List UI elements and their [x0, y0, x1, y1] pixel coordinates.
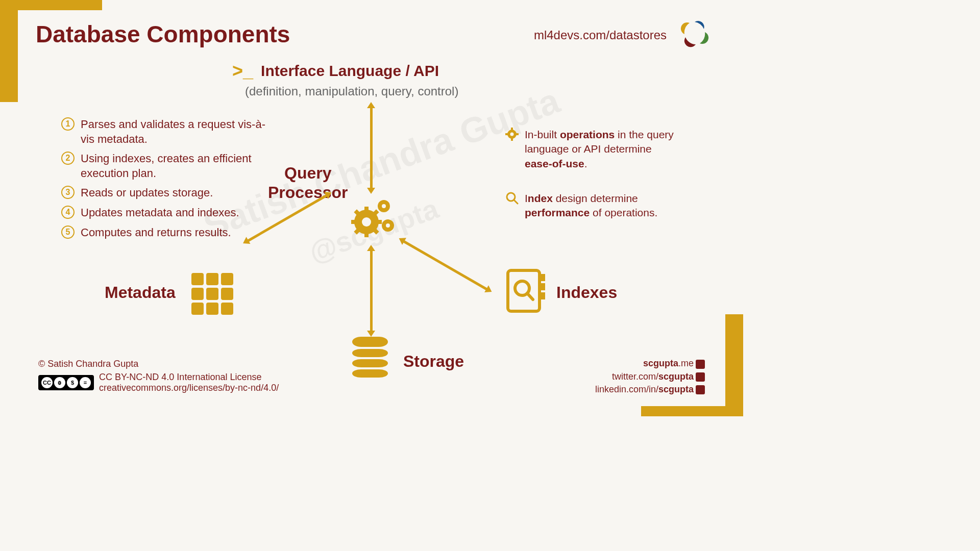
step-number-icon: 1: [61, 117, 75, 131]
metadata-label: Metadata: [105, 283, 176, 302]
svg-line-19: [527, 293, 533, 299]
footer-left: © Satish Chandra Gupta CC🄯$= CC BY-NC-ND…: [38, 359, 279, 393]
svg-rect-24: [505, 133, 508, 135]
globe-icon: [696, 360, 705, 369]
step-text: Updates metadata and indexes.: [81, 206, 239, 220]
prompt-icon: >_: [232, 60, 253, 82]
gear-icon: [505, 128, 519, 141]
svg-point-13: [386, 223, 390, 228]
corner-decoration-br: [725, 314, 743, 416]
svg-rect-23: [511, 138, 513, 141]
linkedin-icon: [696, 385, 705, 394]
svg-rect-4: [351, 220, 356, 224]
svg-point-1: [362, 217, 371, 227]
svg-rect-16: [541, 283, 545, 290]
svg-rect-22: [511, 128, 513, 130]
step-number-icon: 5: [61, 226, 75, 239]
indexes-label: Indexes: [556, 283, 617, 302]
storage-cylinder-icon: [352, 337, 388, 380]
indexes-book-icon: [505, 268, 546, 314]
source-url: ml4devs.com/datastores: [534, 28, 667, 42]
step-item: 2 Using indexes, creates an efficient ex…: [61, 152, 265, 181]
svg-rect-17: [541, 292, 545, 299]
brand-logo-icon: [679, 18, 710, 48]
step-item: 3 Reads or updates storage.: [61, 186, 265, 201]
svg-rect-5: [377, 220, 382, 224]
note-text: Index design determine performance of op…: [525, 191, 679, 220]
svg-line-27: [514, 200, 518, 204]
step-text: Computes and returns results.: [81, 226, 231, 240]
interface-header: >_ Interface Language / API: [232, 60, 439, 82]
footer-links: scgupta.me twitter.com/scgupta linkedin.…: [595, 357, 705, 396]
interface-title: Interface Language / API: [261, 62, 439, 80]
license-url: creativecommons.org/licenses/by-nc-nd/4.…: [99, 383, 279, 393]
license-name: CC BY-NC-ND 4.0 International License: [99, 372, 279, 383]
gears-icon: [347, 194, 398, 245]
query-processor-label: QueryProcessor: [268, 163, 348, 203]
arrow-qp-to-indexes: [403, 240, 488, 290]
svg-rect-25: [516, 133, 519, 135]
arrow-interface-to-qp: [370, 107, 373, 189]
interface-subtitle: (definition, manipulation, query, contro…: [245, 84, 458, 98]
step-text: Reads or updates storage.: [81, 186, 213, 201]
step-item: 4 Updates metadata and indexes.: [61, 206, 265, 220]
step-item: 5 Computes and returns results.: [61, 226, 265, 240]
storage-label: Storage: [403, 352, 464, 371]
step-item: 1 Parses and validates a request vis-à-v…: [61, 117, 265, 146]
corner-decoration-tl: [0, 0, 18, 102]
cc-license-badge-icon: CC🄯$=: [38, 375, 94, 390]
note-item: In-built operations in the query languag…: [505, 128, 679, 171]
magnifier-icon: [505, 191, 519, 205]
svg-point-11: [382, 204, 386, 208]
steps-list: 1 Parses and validates a request vis-à-v…: [61, 117, 265, 245]
note-text: In-built operations in the query languag…: [525, 128, 679, 171]
metadata-grid-icon: [191, 273, 233, 315]
copyright: © Satish Chandra Gupta: [38, 359, 279, 369]
step-text: Using indexes, creates an efficient exec…: [81, 152, 265, 181]
step-number-icon: 3: [61, 186, 75, 199]
step-text: Parses and validates a request vis-à-vis…: [81, 117, 265, 146]
twitter-icon: [696, 372, 705, 382]
arrow-qp-to-storage: [370, 250, 373, 332]
svg-rect-3: [364, 232, 369, 237]
svg-point-21: [510, 133, 514, 136]
right-notes: In-built operations in the query languag…: [505, 128, 679, 241]
svg-rect-2: [364, 207, 369, 212]
svg-rect-15: [541, 274, 545, 281]
step-number-icon: 4: [61, 206, 75, 219]
step-number-icon: 2: [61, 152, 75, 165]
svg-rect-14: [508, 270, 540, 311]
note-item: Index design determine performance of op…: [505, 191, 679, 220]
slide-title: Database Components: [36, 20, 290, 48]
